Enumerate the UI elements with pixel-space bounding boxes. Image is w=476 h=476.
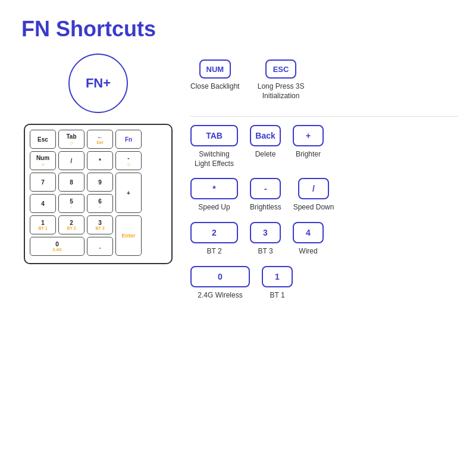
shortcut-row-4: 0 2.4G Wireless 1 BT 1	[190, 266, 458, 300]
shortcut-key-slash: /	[298, 178, 329, 199]
key-6: 6☼	[87, 194, 113, 213]
kb-row-3b: 4 5↕ 6☼	[30, 194, 113, 213]
key-mul: *	[87, 151, 113, 170]
shortcut-hyphen: - Brightless	[250, 178, 281, 212]
shortcut-label-num: Close Backlight	[190, 82, 240, 92]
shortcut-label-0: 2.4G Wireless	[198, 291, 242, 300]
shortcut-label-3: BT 3	[258, 247, 273, 256]
key-2: 2BT 2	[58, 215, 84, 234]
key-fn: Fn	[115, 130, 142, 149]
shortcut-key-4: 4	[293, 222, 324, 243]
key-num: Num☼	[30, 151, 56, 170]
kb-row-1: Esc Tab☼ ←Del Fn	[30, 130, 167, 149]
shortcut-label-esc: Long Press 3SInitialization	[258, 82, 305, 101]
fn-circle: FN+	[68, 54, 128, 113]
shortcut-label-hyphen: Brightless	[250, 203, 281, 212]
key-1: 1BT 1	[30, 215, 56, 234]
shortcut-key-plus: +	[293, 125, 324, 146]
shortcut-label-back: Delete	[255, 150, 276, 159]
key-dot: .	[87, 237, 113, 256]
key-tab: Tab☼	[58, 130, 84, 149]
key-backspace: ←Del	[87, 130, 113, 149]
divider-1	[190, 116, 458, 117]
shortcut-num: NUM Close Backlight	[190, 60, 240, 101]
shortcut-2: 2 BT 2	[190, 222, 238, 256]
shortcut-label-slash: Speed Down	[293, 203, 334, 212]
shortcut-label-2: BT 2	[206, 247, 221, 256]
key-9: 9	[87, 173, 113, 192]
fn-label: FN+	[86, 76, 111, 91]
shortcut-key-hyphen: -	[250, 178, 281, 199]
shortcut-key-esc: ESC	[265, 60, 296, 79]
shortcut-esc: ESC Long Press 3SInitialization	[258, 60, 305, 101]
key-0: 02.4G	[30, 237, 84, 256]
shortcuts-top-row: NUM Close Backlight ESC Long Press 3SIni…	[190, 54, 458, 101]
shortcut-key-tab: TAB	[190, 125, 238, 146]
shortcut-row-2: * Speed Up - Brightless / Speed Down	[190, 178, 458, 212]
kb-row-2: Num☼ / * -☼	[30, 151, 167, 170]
shortcut-key-0: 0	[190, 266, 250, 287]
shortcut-key-1: 1	[262, 266, 293, 287]
shortcut-key-3: 3	[250, 222, 281, 243]
shortcut-label-tab: SwitchingLight Effects	[195, 150, 234, 168]
keyboard-diagram: Esc Tab☼ ←Del Fn Num☼ / * -☼ 7 8 9	[24, 124, 173, 264]
key-minus: -☼	[115, 151, 142, 170]
shortcut-star: * Speed Up	[190, 178, 238, 212]
key-esc: Esc	[30, 130, 56, 149]
kb-row-3a: 7 8 9	[30, 173, 113, 192]
shortcut-key-star: *	[190, 178, 238, 199]
shortcut-rows: TAB SwitchingLight Effects Back Delete +…	[190, 125, 458, 300]
shortcut-3: 3 BT 3	[250, 222, 281, 256]
shortcuts-panel: NUM Close Backlight ESC Long Press 3SIni…	[190, 54, 458, 300]
key-8: 8	[58, 173, 84, 192]
shortcut-key-2: 2	[190, 222, 238, 243]
key-div: /	[58, 151, 84, 170]
shortcut-row-3: 2 BT 2 3 BT 3 4 Wired	[190, 222, 458, 256]
shortcut-slash: / Speed Down	[293, 178, 334, 212]
kb-row-6: 02.4G .	[30, 237, 113, 256]
shortcut-label-1: BT 1	[270, 291, 284, 300]
shortcut-tab: TAB SwitchingLight Effects	[190, 125, 238, 168]
shortcut-1: 1 BT 1	[262, 266, 293, 300]
shortcut-label-plus: Brighter	[296, 150, 321, 159]
key-3: 3BT 3	[87, 215, 113, 234]
shortcut-label-star: Speed Up	[198, 203, 230, 212]
shortcut-4: 4 Wired	[293, 222, 324, 256]
key-7: 7	[30, 173, 56, 192]
shortcut-label-4: Wired	[299, 247, 317, 256]
key-5: 5↕	[58, 194, 84, 213]
page-title: FN Shortcuts	[0, 0, 476, 42]
shortcut-plus: + Brighter	[293, 125, 324, 168]
shortcut-0: 0 2.4G Wireless	[190, 266, 250, 300]
key-enter: Enter	[115, 215, 142, 256]
kb-row-5: 1BT 1 2BT 2 3BT 3	[30, 215, 113, 234]
shortcut-key-num: NUM	[199, 60, 231, 79]
shortcut-back: Back Delete	[250, 125, 281, 168]
shortcut-key-back: Back	[250, 125, 281, 146]
key-4: 4	[30, 194, 56, 213]
shortcut-row-1: TAB SwitchingLight Effects Back Delete +…	[190, 125, 458, 168]
key-plus: +	[115, 173, 142, 213]
